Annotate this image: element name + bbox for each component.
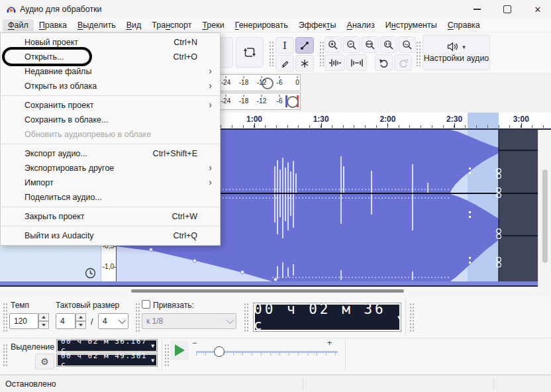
spare-grip[interactable] — [409, 303, 414, 332]
ruler-tick — [365, 125, 366, 128]
fit-project-icon — [402, 40, 413, 50]
vertical-scrollbar-thumb[interactable] — [542, 170, 548, 263]
selection-tool-button[interactable]: I — [276, 37, 294, 54]
selection-end-field[interactable]: 00 ч 02 м 49.301 с ▼ — [56, 354, 158, 367]
file-menu-item-1[interactable]: Открыть...Ctrl+O — [1, 50, 220, 64]
fit-project-button[interactable] — [399, 36, 416, 53]
selection-start-field[interactable]: 00 ч 02 м 36.167 с ▼ — [56, 339, 158, 352]
menubar-item-effects[interactable]: Эффекты — [293, 19, 342, 31]
file-menu-item-8[interactable]: Экспортировать другое› — [1, 161, 220, 175]
trim-audio-icon — [328, 58, 342, 68]
file-menu-item-3[interactable]: Открыть из облака› — [1, 79, 220, 93]
menubar-item-transport[interactable]: Транспорт — [146, 19, 197, 31]
ruler-tick-major — [454, 123, 455, 128]
slider-tick — [307, 353, 308, 356]
speed-slider-thumb[interactable] — [214, 346, 225, 357]
tempo-spinner[interactable] — [38, 313, 49, 329]
file-menu-item-12[interactable]: Выйти из AudacityCtrl+Q — [1, 228, 220, 243]
menubar-item-edit[interactable]: Правка — [34, 19, 72, 31]
snap-grip[interactable] — [135, 303, 140, 332]
multi-tool-icon — [300, 59, 309, 68]
time-signature-spinner[interactable] — [75, 313, 86, 329]
audacity-window: Аудио для обработки ✕ ФайлПравкаВыделить… — [0, 0, 551, 392]
time-sig-spin-down[interactable] — [75, 321, 86, 329]
time-display-grip[interactable] — [244, 303, 248, 332]
zoom-toggle-button[interactable] — [362, 36, 379, 53]
status-message: Остановлено — [5, 379, 56, 389]
menubar-item-tools[interactable]: Инструменты — [380, 19, 442, 31]
minimize-button[interactable] — [462, 0, 491, 19]
ruler-tick — [309, 125, 310, 128]
tools-grip[interactable] — [269, 41, 274, 66]
menubar-item-generate[interactable]: Генерировать — [230, 19, 293, 31]
play-at-speed-button[interactable] — [170, 340, 189, 360]
file-menu-item-11[interactable]: Закрыть проектCtrl+W — [1, 209, 220, 224]
tempo-input[interactable]: 120 — [9, 313, 38, 329]
clock-icon[interactable] — [85, 268, 96, 279]
ruler-tick-major — [254, 123, 255, 128]
horizontal-scrollbar[interactable] — [0, 287, 551, 296]
loop-button[interactable] — [236, 37, 264, 68]
meter-tick — [279, 76, 280, 78]
file-menu-item-label: Закрыть проект — [25, 212, 85, 221]
draw-tool-button[interactable] — [276, 55, 294, 72]
selection-settings-button[interactable]: ⚙ — [35, 354, 54, 369]
redo-button[interactable] — [394, 54, 412, 71]
timeline-selection[interactable] — [468, 113, 499, 128]
speed-slider[interactable] — [196, 350, 338, 358]
menubar-item-analyze[interactable]: Анализ — [342, 19, 380, 31]
file-menu-item-label: Открыть... — [25, 52, 64, 62]
file-menu-item-7[interactable]: Экспорт аудио...Ctrl+Shift+E — [1, 146, 220, 161]
file-menu-item-4[interactable]: Сохранить проект› — [1, 98, 220, 113]
zoom-in-button[interactable] — [325, 36, 342, 53]
zoom-out-button[interactable] — [343, 36, 360, 53]
recording-volume-knob[interactable] — [287, 96, 299, 108]
file-menu-item-5[interactable]: Сохранить в облаке... — [1, 113, 220, 127]
file-menu-item-10[interactable]: Поделиться аудио... — [1, 190, 220, 205]
envelope-tool-button[interactable] — [295, 37, 314, 54]
file-menu-item-9[interactable]: Импорт› — [1, 175, 220, 190]
snap-checkbox[interactable] — [142, 300, 150, 309]
tempo-spin-up[interactable] — [38, 313, 49, 321]
file-menu-item-label: Экспорт аудио... — [25, 149, 87, 158]
file-menu-item-2[interactable]: Недавние файлы› — [1, 64, 220, 79]
menubar-item-tracks[interactable]: Треки — [197, 19, 229, 31]
audio-setup-grip[interactable] — [416, 41, 421, 66]
trim-audio-button[interactable] — [325, 54, 345, 71]
selection-start-caret-icon[interactable]: ▼ — [151, 343, 154, 349]
slider-tick — [252, 353, 252, 356]
file-menu-item-label: Поделиться аудио... — [25, 193, 102, 202]
audio-position-display[interactable]: 00 ч 02 м 36 с ▼ — [253, 303, 401, 332]
selection-end-caret-icon[interactable]: ▼ — [151, 358, 154, 364]
time-format-caret-icon[interactable]: ▼ — [397, 315, 401, 320]
file-menu-item-0[interactable]: Новый проектCtrl+N — [1, 35, 220, 50]
horizontal-scrollbar-thumb[interactable] — [131, 289, 404, 293]
file-menu-item-6: Обновить аудиопревью в облаке — [1, 127, 220, 142]
fit-selection-button[interactable] — [380, 36, 397, 53]
silence-audio-button[interactable] — [346, 54, 367, 71]
audio-setup-button[interactable]: ▾ Настройки аудио — [423, 34, 490, 70]
meter-scale-label: -24 — [221, 79, 230, 86]
time-signature-upper-input[interactable]: 4 — [56, 313, 75, 329]
speaker-icon — [447, 42, 459, 52]
time-signature-lower-combo[interactable]: 4 — [98, 313, 128, 329]
time-signature-grip[interactable] — [3, 303, 7, 332]
snap-combo[interactable]: к 1/8 — [142, 313, 236, 329]
menubar-item-help[interactable]: Справка — [442, 19, 485, 31]
close-button[interactable]: ✕ — [523, 0, 551, 19]
tempo-spin-down[interactable] — [38, 321, 49, 329]
maximize-button[interactable] — [493, 0, 522, 19]
menubar-item-view[interactable]: Вид — [121, 19, 147, 31]
slider-tick — [205, 353, 206, 356]
vertical-scrollbar[interactable] — [538, 130, 551, 287]
play-speed-grip[interactable] — [164, 344, 169, 368]
edit-grip[interactable] — [319, 41, 324, 66]
menubar-item-file[interactable]: Файл — [3, 19, 34, 31]
slider-tick — [270, 353, 271, 356]
selection-grip[interactable] — [3, 344, 7, 368]
multi-tool-button[interactable] — [295, 55, 314, 72]
time-sig-spin-up[interactable] — [75, 313, 86, 321]
menu-shortcut: Ctrl+Shift+E — [153, 149, 213, 158]
menubar-item-select[interactable]: Выделить — [72, 19, 121, 31]
undo-button[interactable] — [375, 54, 393, 71]
